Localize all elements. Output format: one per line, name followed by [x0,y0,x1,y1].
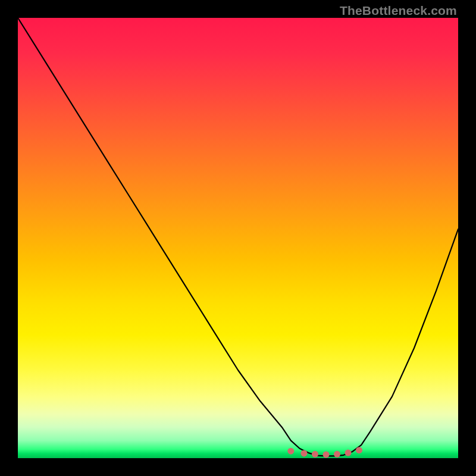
bottleneck-curve [18,18,458,456]
chart-container: TheBottleneck.com [0,0,476,476]
marker-dot [323,452,330,458]
marker-dot [356,447,362,453]
marker-dot [312,451,318,458]
marker-dot [301,450,308,456]
marker-dot [334,451,340,458]
watermark-text: TheBottleneck.com [340,4,457,18]
bottom-markers [287,447,362,458]
marker-dot [345,450,352,456]
chart-svg [18,18,458,458]
marker-dot [287,448,294,455]
